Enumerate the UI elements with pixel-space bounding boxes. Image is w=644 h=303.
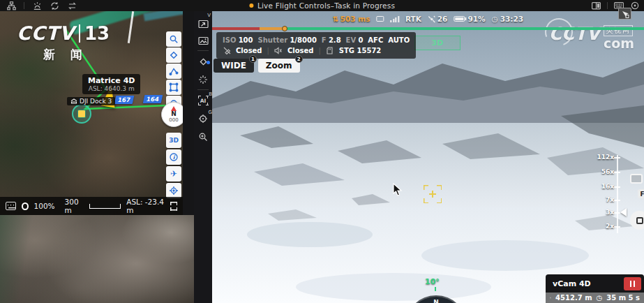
map-aircraft-button[interactable]: ✈ (166, 166, 181, 182)
ar-3d-marker[interactable]: 3D (414, 36, 460, 50)
enhance-button[interactable] (194, 73, 212, 87)
cctv-logo-channel: 13 (84, 23, 110, 44)
screen-share-button[interactable] (194, 17, 212, 31)
zoom-tick-label: 56x (601, 168, 614, 175)
window-title: Live Flight Controls–Task in Progress (257, 1, 395, 10)
clock-icon: ◷ (492, 15, 498, 23)
target-lock-button[interactable]: G (194, 112, 212, 126)
zoom-in-button[interactable] (194, 130, 212, 144)
progress-segment-remaining (285, 27, 644, 30)
zoom-level-slider[interactable]: 112x 56x 16x 7x 3x 2x (589, 151, 638, 242)
map-locate-button[interactable] (166, 183, 181, 198)
frame-capture-button[interactable] (630, 174, 643, 184)
progress-marker[interactable] (282, 26, 287, 31)
signal-strength-icon (390, 16, 399, 22)
waypoint-flag[interactable]: 164 (143, 95, 163, 103)
map-panel[interactable]: CCTV 13 新闻 167 164 Matrice 4D ASL: 4640.… (0, 11, 183, 215)
vcam-title: vCam 4D (546, 279, 624, 288)
media-library-icon (198, 36, 209, 45)
top-bar-separator (24, 2, 24, 9)
polygon-icon (169, 82, 179, 92)
mouse-cursor (393, 183, 403, 200)
zoom-slider-track[interactable] (617, 155, 618, 233)
latency-readout: ⇅ 503 ms (333, 15, 370, 23)
mission-progress-bar[interactable] (212, 27, 644, 30)
floating-action-button[interactable] (630, 211, 644, 230)
speaker-off-icon (274, 47, 283, 54)
device-tree-icon[interactable] (6, 1, 16, 10)
shortcut-g-label: G (209, 110, 212, 115)
beacon-status: Closed (236, 45, 262, 56)
lens-zoom-shortcut-badge: 2 (295, 55, 303, 63)
map-waypoint-tool-button[interactable] (166, 47, 181, 63)
monitor-icon (376, 16, 384, 22)
map-3d-label: 3D (169, 137, 179, 144)
battery-percent: 91% (467, 15, 485, 23)
map-record-icon[interactable] (22, 202, 29, 210)
mission-timer: ◷ 33:23 (492, 15, 524, 23)
focus-mode: AFC (368, 35, 383, 45)
exposure-mode: AUTO (388, 35, 410, 45)
zoom-slider-handle[interactable] (620, 208, 627, 216)
satellite-icon (428, 15, 435, 23)
expand-icon[interactable] (170, 202, 177, 211)
lens-tab-zoom[interactable]: Zoom 2 (258, 59, 300, 73)
polyline-icon (169, 66, 179, 76)
airplane-icon: ✈ (170, 169, 177, 179)
waypoint-flag[interactable]: 167 (114, 96, 134, 104)
map-polygon-tool-button[interactable] (166, 80, 181, 95)
map-polyline-tool-button[interactable] (166, 64, 181, 79)
search-icon (169, 34, 179, 44)
app-window: Live Flight Controls–Task in Progress (0, 0, 644, 303)
latency-value: 503 ms (340, 15, 370, 23)
keyboard-shortcuts-icon[interactable] (6, 202, 16, 210)
split-view-icon[interactable] (591, 1, 601, 10)
dock-map-marker[interactable] (72, 104, 91, 124)
map-3d-toggle-button[interactable]: 3D (166, 133, 181, 148)
shutter-label: Shutter (258, 36, 288, 44)
speaker-status: Closed (287, 45, 314, 56)
map-info-button[interactable]: i (166, 149, 181, 165)
ev-label: EV (346, 36, 357, 44)
drone-name: Matrice 4D (88, 76, 135, 85)
toolbar-divider (197, 50, 209, 51)
top-bar-left-icons (0, 1, 77, 10)
beacon-off-icon (223, 47, 231, 54)
sync-icon[interactable] (50, 1, 59, 10)
cctv-logo-subtitle: 新闻 (43, 47, 110, 63)
attitude-north-label: N (433, 299, 439, 303)
map-asl-readout: ASL: -23.4 m (126, 198, 164, 214)
beacon-light-icon[interactable] (32, 1, 42, 10)
battery-readout: 91% (454, 15, 485, 23)
lens-selector: WIDE 1 Zoom 2 (214, 59, 300, 73)
record-circle-icon[interactable] (630, 1, 640, 10)
zoom-tick-label: 112x (597, 154, 614, 161)
heading-value: 10° (425, 277, 440, 286)
focus-mode-badge[interactable]: F (638, 189, 644, 198)
storage-card-icon (326, 47, 334, 54)
top-bar-separator (607, 2, 608, 9)
svg-text:i: i (173, 154, 176, 161)
map-search-button[interactable] (166, 31, 181, 47)
main-camera-view[interactable]: ⇅ 503 ms RTK 26 91% ◷ 33:23 (212, 11, 644, 303)
progress-segment-done (212, 27, 260, 30)
zoom-tick-label: 16x (601, 183, 614, 190)
dock-label-text: DJI Dock 3 (80, 98, 112, 105)
pause-button[interactable] (624, 277, 641, 290)
route-transfer-icon[interactable] (67, 1, 77, 10)
vcam-panel[interactable]: vCam 4D (546, 274, 644, 293)
dock-label[interactable]: DJI Dock 3 (67, 97, 115, 105)
ai-label: AI (200, 98, 207, 104)
lens-tab-wide[interactable]: WIDE 1 (214, 59, 254, 73)
waypoint-mode-button[interactable] (194, 54, 212, 68)
zoom-tick-label: 2x (606, 223, 614, 230)
lens-wide-shortcut-badge: 1 (249, 55, 257, 63)
diamond-icon (169, 50, 179, 60)
camera-settings-panel[interactable]: ISO 100 Shutter 1/8000 F 2.8 EV 0 AFC AU… (216, 32, 416, 59)
iso-value: 100 (239, 36, 253, 44)
rtk-label: RTK (405, 15, 421, 23)
secondary-video-feed[interactable] (0, 215, 194, 303)
media-library-button[interactable] (194, 34, 212, 47)
top-bar: Live Flight Controls–Task in Progress (0, 0, 644, 11)
ai-detection-button[interactable]: AI B (194, 94, 212, 108)
